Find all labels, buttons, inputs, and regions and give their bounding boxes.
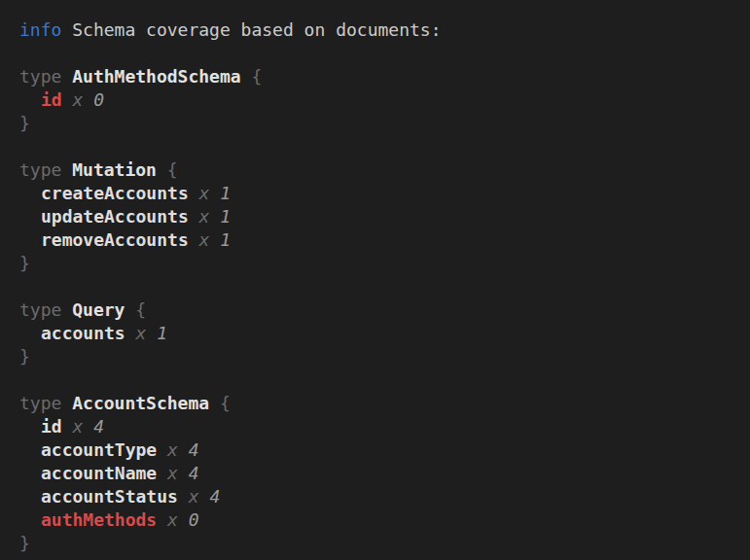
info-label: info — [19, 19, 61, 40]
schema-block: type Mutation {createAccounts x 1updateA… — [19, 158, 740, 275]
space — [178, 509, 189, 530]
space — [189, 183, 199, 203]
multiplier-symbol: x — [73, 89, 84, 110]
close-brace: } — [19, 533, 30, 553]
space — [62, 416, 73, 437]
close-brace: } — [19, 253, 30, 273]
space — [83, 416, 93, 437]
space — [209, 206, 220, 227]
space — [61, 299, 72, 320]
schema-block: type AuthMethodSchema {id x 0} — [19, 65, 740, 135]
space — [157, 463, 167, 483]
field-name: updateAccounts — [41, 206, 189, 227]
space — [178, 463, 189, 483]
field-count: 4 — [189, 439, 199, 460]
multiplier-symbol: x — [73, 416, 84, 437]
block-header: type Query { — [19, 298, 740, 322]
space — [125, 299, 135, 320]
block-close: } — [19, 345, 740, 368]
type-name: Mutation — [72, 159, 157, 180]
field-line: removeAccounts x 1 — [19, 228, 740, 252]
open-brace: { — [251, 66, 262, 87]
field-name: accounts — [41, 323, 125, 343]
space — [83, 89, 93, 110]
space — [178, 486, 189, 507]
field-count: 4 — [93, 416, 104, 437]
field-count: 1 — [220, 229, 231, 250]
space — [61, 159, 72, 180]
space — [62, 89, 73, 110]
field-line: accounts x 1 — [19, 322, 740, 345]
space — [61, 393, 72, 413]
field-count: 1 — [157, 323, 167, 343]
space — [189, 206, 199, 227]
field-line: accountType x 4 — [19, 438, 740, 462]
space — [157, 509, 167, 530]
space — [178, 439, 189, 460]
close-brace: } — [19, 113, 30, 133]
terminal-output: info Schema coverage based on documents:… — [0, 0, 750, 560]
type-name: AuthMethodSchema — [72, 66, 240, 87]
field-count: 1 — [220, 183, 231, 203]
space — [146, 323, 157, 343]
block-close: } — [19, 112, 740, 135]
field-name: authMethods — [41, 509, 157, 530]
info-message: Schema coverage based on documents: — [72, 19, 441, 40]
field-count: 4 — [209, 486, 220, 507]
field-count: 4 — [189, 463, 199, 483]
type-name: Query — [72, 299, 125, 320]
field-name: id — [41, 416, 62, 437]
schema-block: type Query {accounts x 1} — [19, 298, 740, 368]
block-header: type AuthMethodSchema { — [19, 65, 740, 88]
space — [125, 323, 136, 343]
space — [209, 229, 220, 250]
schema-blocks: type AuthMethodSchema {id x 0}type Mutat… — [19, 65, 740, 555]
multiplier-symbol: x — [189, 486, 199, 507]
field-count: 1 — [220, 206, 231, 227]
field-name: accountStatus — [41, 486, 178, 507]
field-count: 0 — [189, 509, 199, 530]
field-name: accountName — [41, 463, 157, 483]
field-name: accountType — [41, 439, 157, 460]
block-header: type AccountSchema { — [19, 392, 740, 415]
field-line: id x 0 — [19, 88, 740, 112]
block-close: } — [19, 252, 740, 275]
block-close: } — [19, 532, 740, 555]
multiplier-symbol: x — [199, 229, 210, 250]
open-brace: { — [167, 159, 178, 180]
field-line: authMethods x 0 — [19, 508, 740, 532]
schema-block: type AccountSchema {id x 4accountType x … — [19, 392, 740, 555]
field-line: updateAccounts x 1 — [19, 205, 740, 228]
space — [61, 19, 72, 40]
multiplier-symbol: x — [199, 206, 210, 227]
space — [189, 229, 199, 250]
space — [209, 183, 220, 203]
field-line: accountName x 4 — [19, 462, 740, 485]
open-brace: { — [135, 299, 146, 320]
space — [209, 393, 220, 413]
open-brace: { — [220, 393, 231, 413]
close-brace: } — [19, 346, 30, 367]
space — [157, 439, 167, 460]
multiplier-symbol: x — [136, 323, 147, 343]
info-line: info Schema coverage based on documents: — [19, 18, 740, 42]
field-name: createAccounts — [41, 183, 189, 203]
type-keyword: type — [19, 393, 61, 413]
multiplier-symbol: x — [167, 439, 178, 460]
type-keyword: type — [19, 66, 61, 87]
multiplier-symbol: x — [167, 463, 178, 483]
space — [241, 66, 252, 87]
space — [157, 159, 167, 180]
type-keyword: type — [19, 159, 61, 180]
type-name: AccountSchema — [72, 393, 209, 413]
field-name: id — [41, 89, 62, 110]
type-keyword: type — [19, 299, 61, 320]
space — [61, 66, 72, 87]
field-count: 0 — [93, 89, 104, 110]
field-line: createAccounts x 1 — [19, 182, 740, 205]
multiplier-symbol: x — [199, 183, 210, 203]
space — [199, 486, 210, 507]
multiplier-symbol: x — [167, 509, 178, 530]
field-name: removeAccounts — [41, 229, 189, 250]
field-line: accountStatus x 4 — [19, 485, 740, 508]
